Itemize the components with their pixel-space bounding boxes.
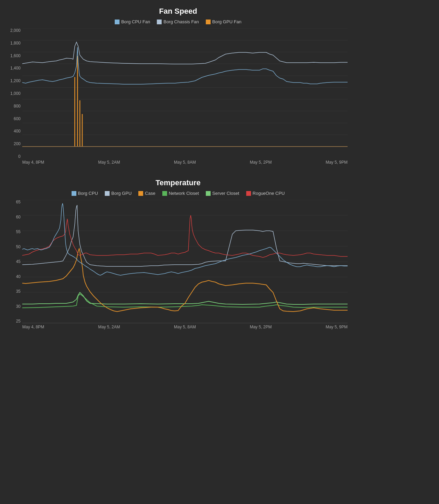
legend-label-chassis-fan: Borg Chassis Fan xyxy=(163,19,199,24)
y-label-1200: 1,200 xyxy=(3,79,21,83)
legend-label-borg-gpu: Borg GPU xyxy=(111,191,131,196)
legend-label-case: Case xyxy=(145,191,155,196)
fan-speed-y-axis: 2,000 1,800 1,600 1,400 1,200 1,000 800 … xyxy=(3,28,21,159)
y-label-1000: 1,000 xyxy=(3,91,21,96)
legend-label-cpu-fan: Borg CPU Fan xyxy=(121,19,150,24)
legend-color-gpu-fan xyxy=(206,20,211,24)
y-label-600: 600 xyxy=(3,117,21,121)
legend-label-rogueone-cpu: RogueOne CPU xyxy=(253,191,285,196)
legend-item-rogueone-cpu: RogueOne CPU xyxy=(246,191,285,196)
y-label-800: 800 xyxy=(3,104,21,108)
y-label-0: 0 xyxy=(3,154,21,159)
x-label-temp-may5-8am: May 5, 8AM xyxy=(174,325,196,329)
legend-color-server-closet xyxy=(206,191,211,196)
temperature-title: Temperature xyxy=(3,178,353,187)
legend-color-borg-cpu xyxy=(72,191,76,196)
temperature-legend: Borg CPU Borg GPU Case Network Closet Se… xyxy=(3,191,353,196)
y-label-1600: 1,600 xyxy=(3,54,21,58)
legend-item-borg-gpu: Borg GPU xyxy=(105,191,131,196)
legend-item-chassis-fan: Borg Chassis Fan xyxy=(157,19,199,24)
legend-color-case xyxy=(138,191,143,196)
y-label-45: 45 xyxy=(3,260,21,264)
x-label-may5-8am: May 5, 8AM xyxy=(174,160,196,165)
x-label-may5-9pm: May 5, 9PM xyxy=(326,160,348,165)
temp-y-axis: 65 60 55 50 45 40 35 30 25 xyxy=(3,200,21,323)
x-label-temp-may4-8pm: May 4, 8PM xyxy=(22,325,44,329)
y-label-1400: 1,400 xyxy=(3,66,21,70)
legend-label-gpu-fan: Borg GPU Fan xyxy=(212,19,241,24)
legend-label-borg-cpu: Borg CPU xyxy=(78,191,98,196)
temperature-chart-container: Temperature Borg CPU Borg GPU Case Netwo… xyxy=(0,172,356,336)
legend-item-network-closet: Network Closet xyxy=(162,191,199,196)
legend-color-rogueone-cpu xyxy=(246,191,251,196)
y-label-35: 35 xyxy=(3,289,21,293)
x-label-may5-2am: May 5, 2AM xyxy=(98,160,120,165)
fan-speed-chart-container: Fan Speed Borg CPU Fan Borg Chassis Fan … xyxy=(0,0,356,172)
x-label-may4-8pm: May 4, 8PM xyxy=(22,160,44,165)
legend-color-cpu-fan xyxy=(115,20,120,24)
y-label-65: 65 xyxy=(3,200,21,204)
x-label-temp-may5-9pm: May 5, 9PM xyxy=(326,325,348,329)
legend-label-server-closet: Server Closet xyxy=(212,191,239,196)
legend-color-chassis-fan xyxy=(157,20,162,24)
x-label-may5-2pm: May 5, 2PM xyxy=(250,160,272,165)
y-label-25: 25 xyxy=(3,319,21,323)
fan-speed-x-axis: May 4, 8PM May 5, 2AM May 5, 8AM May 5, … xyxy=(22,160,348,165)
x-label-temp-may5-2pm: May 5, 2PM xyxy=(250,325,272,329)
legend-item-server-closet: Server Closet xyxy=(206,191,239,196)
legend-item-cpu-fan: Borg CPU Fan xyxy=(115,19,150,24)
y-label-60: 60 xyxy=(3,215,21,219)
y-label-200: 200 xyxy=(3,142,21,146)
fan-speed-legend: Borg CPU Fan Borg Chassis Fan Borg GPU F… xyxy=(3,19,353,24)
y-label-55: 55 xyxy=(3,230,21,234)
legend-color-borg-gpu xyxy=(105,191,110,196)
y-label-30: 30 xyxy=(3,304,21,308)
y-label-40: 40 xyxy=(3,275,21,279)
legend-color-network-closet xyxy=(162,191,167,196)
fan-speed-title: Fan Speed xyxy=(3,7,353,16)
temperature-svg xyxy=(22,200,348,323)
legend-item-borg-cpu: Borg CPU xyxy=(72,191,98,196)
y-label-400: 400 xyxy=(3,129,21,133)
y-label-1800: 1,800 xyxy=(3,41,21,45)
legend-item-gpu-fan: Borg GPU Fan xyxy=(206,19,241,24)
y-label-50: 50 xyxy=(3,245,21,249)
legend-item-case: Case xyxy=(138,191,155,196)
x-label-temp-may5-2am: May 5, 2AM xyxy=(98,325,120,329)
y-label-2000: 2,000 xyxy=(3,28,21,33)
legend-label-network-closet: Network Closet xyxy=(169,191,199,196)
fan-speed-svg xyxy=(22,28,348,159)
temperature-x-axis: May 4, 8PM May 5, 2AM May 5, 8AM May 5, … xyxy=(22,325,348,329)
